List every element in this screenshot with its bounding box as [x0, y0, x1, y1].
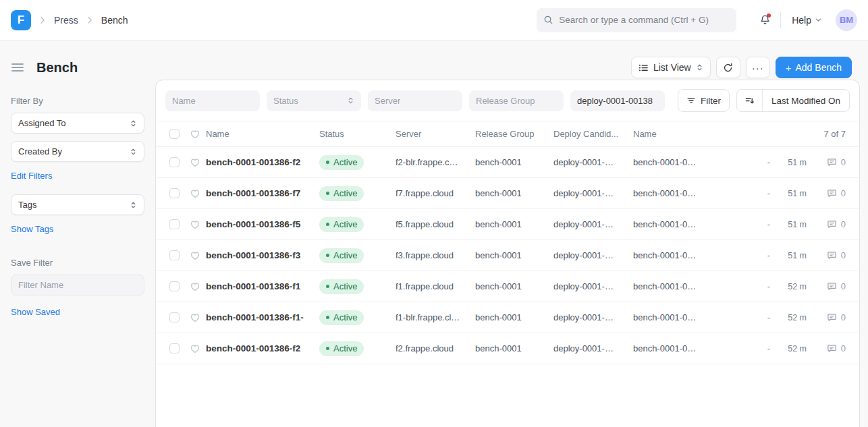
comment-icon — [827, 281, 837, 291]
notifications-button[interactable] — [759, 14, 771, 26]
table-row[interactable]: bench-0001-001386-f1- Active f1-blr.frap… — [156, 302, 859, 333]
last-modified-cell: 51 m — [770, 189, 807, 198]
server-filter-input[interactable]: Server — [368, 90, 462, 111]
favorite-heart-icon[interactable] — [190, 250, 200, 261]
list-view-icon — [639, 63, 649, 73]
filter-funnel-icon — [686, 96, 696, 105]
status-dot-icon — [326, 347, 329, 350]
deploy-candidate-cell: deploy-0001-… — [553, 281, 633, 291]
help-menu[interactable]: Help — [792, 15, 822, 26]
favorite-heart-icon[interactable] — [190, 312, 200, 323]
release-group-cell: bench-0001 — [475, 219, 553, 229]
comment-icon — [827, 157, 837, 167]
status-label: Active — [333, 250, 357, 260]
status-dot-icon — [326, 316, 329, 319]
filter-button[interactable]: Filter — [678, 89, 730, 112]
global-search[interactable] — [537, 8, 736, 32]
release-group-cell: bench-0001 — [475, 312, 553, 322]
table-row[interactable]: bench-0001-001386-f7 Active f7.frappe.cl… — [156, 178, 859, 209]
deploy-candidate-cell: deploy-0001-… — [553, 219, 633, 229]
user-avatar[interactable]: BM — [836, 9, 857, 31]
status-label: Active — [333, 188, 357, 198]
server-cell: f1.frappe.cloud — [396, 281, 475, 291]
favorite-heart-icon[interactable] — [190, 157, 200, 168]
server-cell: f2-blr.frappe.c… — [396, 157, 475, 167]
release-group-cell: bench-0001 — [475, 188, 553, 198]
table-row[interactable]: bench-0001-001386-f3 Active f3.frappe.cl… — [156, 240, 859, 271]
bench-list-card: Name Status Server Release Group deploy-… — [155, 80, 860, 427]
comment-count: 0 — [841, 188, 846, 198]
sort-direction-button[interactable] — [737, 90, 763, 111]
select-all-checkbox[interactable] — [169, 129, 180, 139]
table-body: bench-0001-001386-f2 Active f2-blr.frapp… — [156, 146, 859, 364]
status-badge: Active — [319, 248, 364, 263]
row-checkbox[interactable] — [169, 312, 180, 322]
empty-value-cell: - — [743, 250, 770, 260]
row-checkbox[interactable] — [169, 343, 180, 353]
table-row[interactable]: bench-0001-001386-f2 Active f2.frappe.cl… — [156, 333, 859, 364]
name2-cell: bench-0001-0… — [633, 188, 743, 198]
breadcrumb-bench[interactable]: Bench — [101, 15, 128, 26]
tags-select[interactable]: Tags — [11, 194, 144, 215]
last-modified-cell: 52 m — [770, 282, 807, 291]
comment-icon — [827, 312, 837, 322]
add-bench-button[interactable]: + Add Bench — [776, 57, 852, 78]
name2-cell: bench-0001-0… — [633, 281, 743, 291]
last-modified-cell: 51 m — [770, 158, 807, 167]
last-modified-cell: 52 m — [770, 313, 807, 322]
empty-value-cell: - — [743, 343, 770, 353]
name-filter-input[interactable]: Name — [165, 90, 260, 111]
favorite-heart-icon[interactable] — [190, 281, 200, 292]
bench-name: bench-0001-001386-f5 — [206, 219, 319, 229]
release-group-cell: bench-0001 — [475, 157, 553, 167]
status-label: Active — [333, 157, 357, 167]
comment-count: 0 — [841, 281, 846, 291]
row-checkbox[interactable] — [169, 157, 180, 167]
show-saved-link[interactable]: Show Saved — [11, 307, 60, 317]
edit-filters-link[interactable]: Edit Filters — [11, 171, 52, 181]
save-filter-label: Save Filter — [11, 258, 144, 268]
deploy-candidate-filter-input[interactable]: deploy-0001-00138 — [570, 90, 665, 111]
row-checkbox[interactable] — [169, 281, 180, 291]
favorite-heart-icon[interactable] — [190, 343, 200, 354]
sidebar-toggle-icon[interactable] — [11, 62, 24, 73]
column-header-server: Server — [396, 129, 475, 139]
show-tags-link[interactable]: Show Tags — [11, 224, 53, 234]
comment-count: 0 — [841, 219, 846, 229]
created-by-select[interactable]: Created By — [11, 141, 144, 162]
assigned-to-select[interactable]: Assigned To — [11, 113, 144, 134]
table-row[interactable]: bench-0001-001386-f1 Active f1.frappe.cl… — [156, 271, 859, 302]
view-switcher-button[interactable]: List View — [631, 57, 711, 78]
table-row[interactable]: bench-0001-001386-f2 Active f2-blr.frapp… — [156, 147, 859, 178]
favorite-heart-icon[interactable] — [190, 188, 200, 199]
deploy-candidate-cell: deploy-0001-… — [553, 312, 633, 322]
status-filter-placeholder: Status — [273, 96, 298, 106]
breadcrumb-press[interactable]: Press — [54, 15, 78, 26]
top-navbar: F Press Bench Help BM — [0, 0, 868, 40]
favorite-heart-icon[interactable] — [190, 219, 200, 230]
name-filter-placeholder: Name — [172, 96, 196, 106]
row-checkbox[interactable] — [169, 188, 180, 198]
release-group-filter-input[interactable]: Release Group — [469, 90, 564, 111]
sort-field-button[interactable]: Last Modified On — [763, 90, 849, 111]
status-filter-select[interactable]: Status — [267, 90, 361, 111]
page-header: Bench List View ··· + Add Bench — [0, 40, 868, 80]
comment-count: 0 — [841, 157, 846, 167]
row-checkbox[interactable] — [169, 219, 180, 229]
more-options-button[interactable]: ··· — [746, 57, 770, 78]
filter-name-input[interactable] — [11, 275, 144, 295]
frappe-logo[interactable]: F — [11, 10, 31, 30]
search-input[interactable] — [559, 15, 730, 25]
refresh-button[interactable] — [716, 57, 740, 78]
deploy-candidate-cell: deploy-0001-… — [553, 250, 633, 260]
status-badge: Active — [319, 310, 364, 325]
table-row[interactable]: bench-0001-001386-f5 Active f5.frappe.cl… — [156, 209, 859, 240]
row-checkbox[interactable] — [169, 250, 180, 260]
ellipsis-icon: ··· — [752, 62, 764, 74]
name2-cell: bench-0001-0… — [633, 157, 743, 167]
row-count: 7 of 7 — [740, 129, 846, 139]
column-header-release-group: Release Group — [475, 129, 553, 139]
page-title: Bench — [36, 60, 78, 76]
status-dot-icon — [326, 223, 329, 226]
assigned-to-value: Assigned To — [18, 118, 66, 128]
